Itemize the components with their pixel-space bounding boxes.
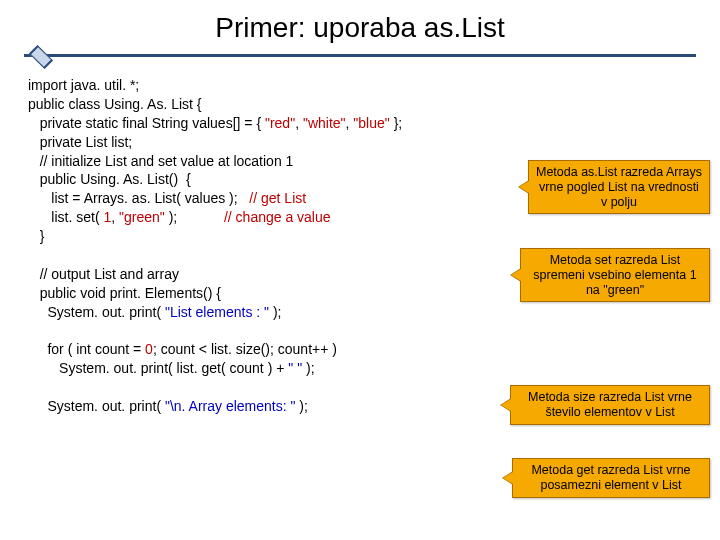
code-line: private static final String values[] = { xyxy=(28,115,265,131)
callout-text: Metoda set razreda List spremeni vsebino… xyxy=(533,253,696,297)
string-literal: "green" xyxy=(119,209,165,225)
code-line: public Using. As. List() { xyxy=(28,171,191,187)
code-text: ); xyxy=(302,360,314,376)
code-line: private List list; xyxy=(28,134,132,150)
code-comment: // initialize List and set value at loca… xyxy=(28,153,293,169)
code-text: ); xyxy=(295,398,307,414)
arrow-left-icon xyxy=(511,269,521,281)
code-text: ); xyxy=(165,209,224,225)
code-line: public class Using. As. List { xyxy=(28,96,202,112)
string-literal: "List elements : " xyxy=(165,304,269,320)
code-text: , xyxy=(295,115,303,131)
code-line: } xyxy=(28,228,44,244)
callout-text: Metoda as.List razreda Arrays vrne pogle… xyxy=(536,165,702,209)
callout-get: Metoda get razreda List vrne posamezni e… xyxy=(512,458,710,498)
callout-aslist: Metoda as.List razreda Arrays vrne pogle… xyxy=(528,160,710,214)
code-line: import java. util. *; xyxy=(28,77,139,93)
string-literal: "blue" xyxy=(353,115,389,131)
code-text: ); xyxy=(269,304,281,320)
code-text: ; count < list. size(); count++ ) xyxy=(153,341,337,357)
string-literal: "\n. Array elements: " xyxy=(165,398,296,414)
string-literal: " " xyxy=(288,360,302,376)
code-line: System. out. print( xyxy=(28,398,165,414)
code-text: , xyxy=(111,209,119,225)
code-line: list. set( xyxy=(28,209,103,225)
string-literal: "white" xyxy=(303,115,346,131)
string-literal: "red" xyxy=(265,115,295,131)
code-line: System. out. print( xyxy=(28,304,165,320)
code-line: for ( int count = xyxy=(28,341,145,357)
callout-set: Metoda set razreda List spremeni vsebino… xyxy=(520,248,710,302)
callout-text: Metoda size razreda List vrne število el… xyxy=(528,390,692,419)
code-comment: // output List and array xyxy=(28,266,179,282)
code-line: public void print. Elements() { xyxy=(28,285,221,301)
content-area: import java. util. *; public class Using… xyxy=(0,76,720,416)
arrow-left-icon xyxy=(519,181,529,193)
callout-size: Metoda size razreda List vrne število el… xyxy=(510,385,710,425)
diamond-icon xyxy=(29,45,53,69)
number-literal: 0 xyxy=(145,341,153,357)
arrow-left-icon xyxy=(501,399,511,411)
code-line: list = Arrays. as. List( values ); xyxy=(28,190,249,206)
callout-text: Metoda get razreda List vrne posamezni e… xyxy=(531,463,690,492)
arrow-left-icon xyxy=(503,472,513,484)
code-comment: // change a value xyxy=(224,209,331,225)
code-block: import java. util. *; public class Using… xyxy=(28,76,720,416)
code-line: System. out. print( list. get( count ) + xyxy=(28,360,288,376)
slide-title: Primer: uporaba as.List xyxy=(0,12,720,44)
rule-line xyxy=(24,54,696,57)
title-rule xyxy=(24,50,696,60)
code-text: }; xyxy=(390,115,402,131)
code-comment: // get List xyxy=(249,190,306,206)
